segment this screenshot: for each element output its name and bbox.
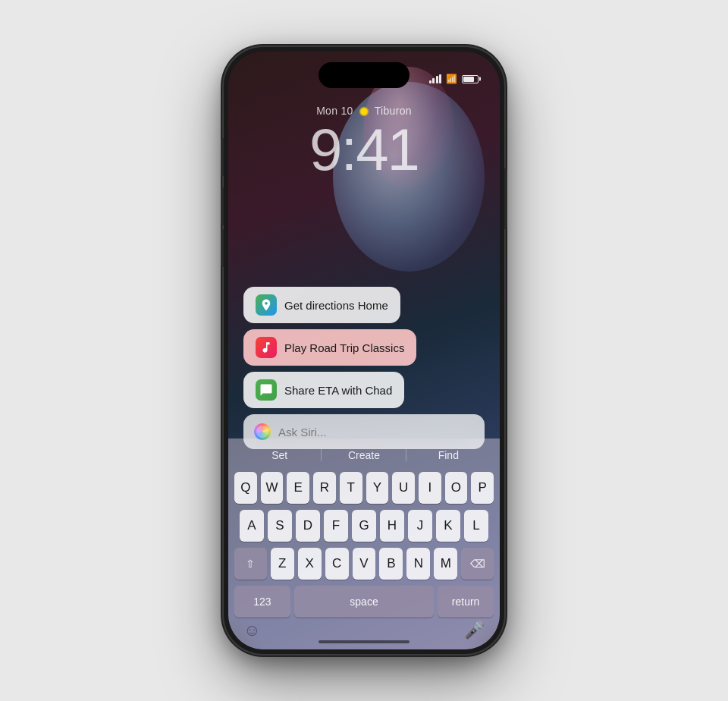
eta-text: Share ETA with Chad (284, 384, 392, 397)
siri-orb (254, 423, 271, 440)
keyboard-row-2: A S D F G H J K L (231, 510, 497, 542)
maps-icon (256, 294, 277, 316)
keyboard-row-1: Q W E R T Y U I O P (231, 472, 497, 504)
home-indicator (318, 640, 410, 643)
key-backspace[interactable]: ⌫ (461, 548, 494, 580)
music-icon (256, 337, 277, 358)
clock-time: 9:41 (228, 120, 500, 179)
siri-input[interactable]: Ask Siri... (243, 414, 485, 449)
siri-placeholder: Ask Siri... (278, 426, 326, 439)
key-i[interactable]: I (419, 472, 441, 504)
phone-frame: 📶 Mon 10 Tiburon 9:41 (224, 47, 504, 654)
directions-text: Get directions Home (284, 299, 388, 312)
music-text: Play Road Trip Classics (284, 341, 404, 354)
key-a[interactable]: A (240, 510, 264, 542)
date-text: Mon 10 (316, 105, 353, 117)
key-r[interactable]: R (313, 472, 336, 504)
key-h[interactable]: H (380, 510, 404, 542)
key-c[interactable]: C (325, 548, 349, 580)
key-z[interactable]: Z (271, 548, 294, 580)
battery-icon (462, 75, 479, 83)
date-location: Mon 10 Tiburon (228, 105, 500, 117)
key-m[interactable]: M (434, 548, 457, 580)
suggestions-container: Get directions Home Play Road Trip Class… (243, 287, 485, 449)
key-d[interactable]: D (296, 510, 320, 542)
key-v[interactable]: V (353, 548, 376, 580)
key-s[interactable]: S (268, 510, 292, 542)
key-e[interactable]: E (287, 472, 309, 504)
key-n[interactable]: N (406, 548, 430, 580)
wifi-icon: 📶 (446, 74, 457, 84)
key-t[interactable]: T (340, 472, 362, 504)
suggestion-eta[interactable]: Share ETA with Chad (243, 372, 404, 408)
key-shift[interactable]: ⇧ (234, 548, 267, 580)
key-q[interactable]: Q (234, 472, 257, 504)
key-y[interactable]: Y (366, 472, 389, 504)
mic-button[interactable]: 🎤 (464, 621, 485, 640)
key-j[interactable]: J (408, 510, 432, 542)
key-b[interactable]: B (379, 548, 403, 580)
key-k[interactable]: K (436, 510, 460, 542)
key-x[interactable]: X (298, 548, 322, 580)
messages-icon (256, 379, 277, 401)
clock-area: Mon 10 Tiburon 9:41 (228, 105, 500, 179)
signal-icon (429, 74, 442, 83)
key-g[interactable]: G (352, 510, 376, 542)
keyboard-row-4: 123 space return (231, 586, 497, 618)
dynamic-island (318, 62, 410, 88)
location-text: Tiburon (375, 105, 412, 117)
keyboard-row-3: ⇧ Z X C V B N M ⌫ (231, 548, 497, 580)
key-f[interactable]: F (324, 510, 348, 542)
status-icons: 📶 (429, 74, 479, 84)
weather-icon (359, 106, 369, 117)
key-numbers[interactable]: 123 (234, 586, 290, 618)
key-l[interactable]: L (464, 510, 488, 542)
key-return[interactable]: return (438, 586, 494, 618)
emoji-mic-row: ☺ 🎤 (231, 618, 497, 640)
key-p[interactable]: P (471, 472, 494, 504)
suggestion-music[interactable]: Play Road Trip Classics (243, 329, 416, 366)
key-o[interactable]: O (445, 472, 468, 504)
phone-screen: 📶 Mon 10 Tiburon 9:41 (228, 52, 500, 649)
keyboard: Set Create Find Q W E R T Y U I O P A S (228, 439, 500, 649)
emoji-button[interactable]: ☺ (243, 621, 260, 640)
key-u[interactable]: U (392, 472, 415, 504)
suggestion-directions[interactable]: Get directions Home (243, 287, 400, 323)
key-w[interactable]: W (261, 472, 284, 504)
key-space[interactable]: space (294, 586, 434, 618)
